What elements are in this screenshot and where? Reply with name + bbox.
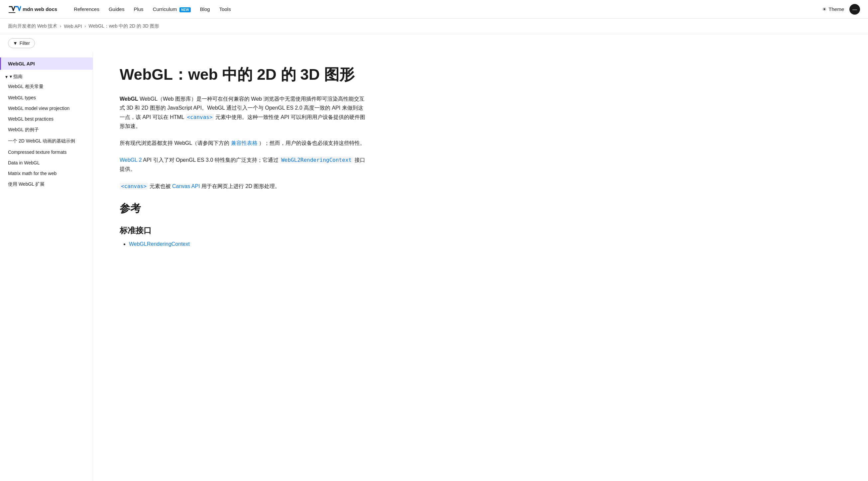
canvas-link-2[interactable]: <canvas> — [120, 183, 148, 190]
sidebar-item-0[interactable]: WebGL 相关常量 — [0, 81, 93, 92]
compat-paragraph: 所有现代浏览器都支持 WebGL（请参阅下方的 兼容性表格 ）；然而，用户的设备… — [120, 138, 366, 148]
sidebar-item-4[interactable]: WebGL 的例子 — [0, 124, 93, 135]
sidebar-item-6[interactable]: Compressed texture formats — [0, 147, 93, 157]
section-arrow-icon: ▾ — [5, 74, 8, 79]
webgl2-link[interactable]: WebGL 2 — [120, 157, 142, 163]
breadcrumb-current: WebGL：web 中的 2D 的 3D 图形 — [89, 23, 159, 29]
breadcrumb-item-1[interactable]: Web API — [64, 24, 82, 29]
intro-paragraph: WebGL WebGL（Web 图形库）是一种可在任何兼容的 Web 浏览器中无… — [120, 94, 366, 131]
filter-icon: ▼ — [13, 40, 18, 46]
sidebar-item-5[interactable]: 一个 2D WebGL 动画的基础示例 — [0, 135, 93, 147]
breadcrumb-sep-0: › — [60, 24, 61, 29]
nav-links: References Guides Plus Curriculum NEW Bl… — [70, 4, 234, 14]
theme-label: Theme — [829, 6, 844, 12]
nav-references[interactable]: References — [70, 4, 103, 14]
nav-blog[interactable]: Blog — [197, 4, 213, 14]
filter-button[interactable]: ▼ Filter — [8, 38, 35, 48]
webglrenderingcontext-link[interactable]: WebGLRenderingContext — [129, 241, 190, 247]
nav-right: ☀ Theme — — [822, 4, 860, 14]
main-nav: mdn web docs References Guides Plus Curr… — [0, 0, 868, 19]
filter-label: Filter — [20, 40, 30, 46]
breadcrumb-item-0[interactable]: 面向开发者的 Web 技术 — [8, 23, 57, 29]
nav-tools[interactable]: Tools — [216, 4, 234, 14]
standard-interfaces-heading: 标准接口 — [120, 225, 366, 236]
nav-curriculum[interactable]: Curriculum NEW — [150, 4, 194, 14]
webgl2renderingcontext-link[interactable]: WebGL2RenderingContext — [280, 156, 353, 163]
breadcrumb: 面向开发者的 Web 技术 › Web API › WebGL：web 中的 2… — [0, 19, 868, 34]
sidebar-item-2[interactable]: WebGL model view projection — [0, 103, 93, 114]
references-heading: 参考 — [120, 201, 366, 216]
theme-button[interactable]: ☀ Theme — [822, 6, 844, 12]
nav-plus[interactable]: Plus — [130, 4, 147, 14]
bullet-list: WebGLRenderingContext — [120, 241, 366, 247]
sidebar: WebGL API ▾ ▾ 指南 WebGL 相关常量 WebGL types … — [0, 52, 93, 481]
sidebar-item-3[interactable]: WebGL best practices — [0, 114, 93, 124]
sidebar-section-guides: ▾ ▾ 指南 — [0, 70, 93, 81]
curriculum-badge: NEW — [180, 7, 190, 12]
sidebar-active-item[interactable]: WebGL API — [0, 58, 93, 70]
page-title: WebGL：web 中的 2D 的 3D 图形 — [120, 65, 366, 84]
sidebar-section-label: ▾ 指南 — [10, 74, 23, 80]
canvas-api-link[interactable]: Canvas API — [172, 183, 200, 189]
page-layout: WebGL API ▾ ▾ 指南 WebGL 相关常量 WebGL types … — [0, 52, 868, 481]
filter-row: ▼ Filter — [0, 34, 868, 52]
sidebar-item-9[interactable]: 使用 WebGL 扩展 — [0, 179, 93, 190]
sun-icon: ☀ — [822, 6, 827, 12]
user-avatar[interactable]: — — [849, 4, 860, 14]
canvas-link-intro[interactable]: <canvas> — [186, 114, 214, 121]
sidebar-item-7[interactable]: Data in WebGL — [0, 157, 93, 168]
canvas-paragraph: <canvas> 元素也被 Canvas API 用于在网页上进行 2D 图形处… — [120, 182, 366, 191]
logo-text: mdn web docs — [23, 6, 57, 12]
compat-table-link[interactable]: 兼容性表格 — [231, 140, 257, 146]
breadcrumb-sep-1: › — [85, 24, 86, 29]
sidebar-item-8[interactable]: Matrix math for the web — [0, 168, 93, 179]
mdn-logo-icon — [8, 4, 21, 14]
nav-guides[interactable]: Guides — [105, 4, 128, 14]
list-item: WebGLRenderingContext — [129, 241, 366, 247]
webgl2-paragraph: WebGL 2 API 引入了对 OpenGL ES 3.0 特性集的广泛支持；… — [120, 156, 366, 173]
main-content: WebGL：web 中的 2D 的 3D 图形 WebGL WebGL（Web … — [93, 52, 392, 481]
sidebar-item-1[interactable]: WebGL types — [0, 92, 93, 103]
logo-link[interactable]: mdn web docs — [8, 4, 57, 14]
